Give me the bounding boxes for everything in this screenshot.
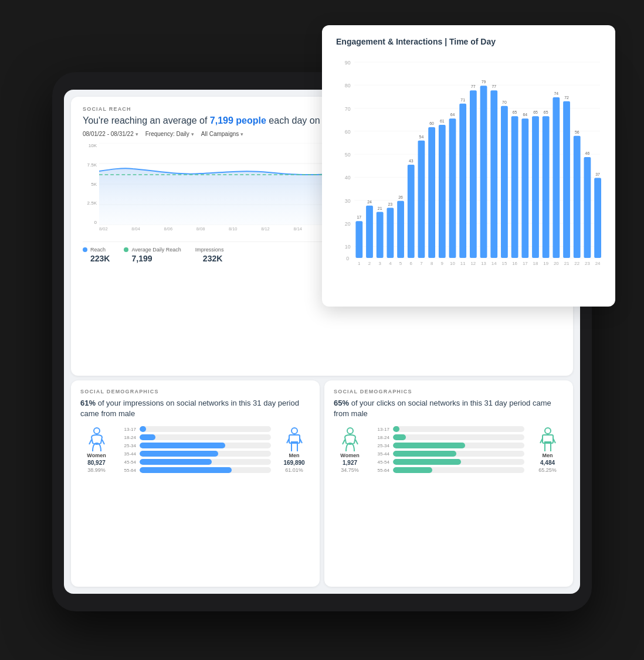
clicks-women-label: Women (340, 453, 359, 458)
svg-text:9: 9 (441, 261, 443, 266)
svg-text:21: 21 (564, 261, 570, 266)
age-bar-18-24: 18-24 (120, 434, 271, 440)
svg-text:23: 23 (585, 261, 590, 266)
svg-text:6: 6 (410, 261, 413, 266)
svg-text:23: 23 (388, 202, 393, 206)
svg-rect-69 (511, 116, 518, 258)
demographics-clicks-card: SOCIAL DEMOGRAPHICS 65% of your clicks o… (324, 380, 573, 587)
svg-rect-77 (553, 97, 560, 258)
engagement-card: Engagement & Interactions | Time of Day … (322, 25, 615, 307)
age-bar-35-44: 35-44 (120, 451, 271, 457)
svg-text:21: 21 (378, 206, 382, 210)
clicks-woman-icon (342, 427, 358, 451)
age-label: 25-34 (120, 443, 136, 448)
y-label-5k: 5K (91, 182, 99, 187)
demo-impressions-rest: of your impressions on social networks i… (80, 399, 299, 418)
frequency-filter[interactable]: Frequency: Daily (145, 131, 194, 137)
bar-fill-green (393, 467, 432, 473)
impressions-value: 232K (195, 254, 224, 263)
women-value: 80,927 (87, 460, 106, 466)
demo-impressions-chart: Women 80,927 38.99% 13-17 (80, 426, 310, 473)
svg-text:22: 22 (574, 261, 579, 266)
svg-text:65: 65 (513, 110, 517, 114)
bar-fill (140, 443, 225, 448)
reach-value: 223K (83, 254, 110, 263)
svg-text:70: 70 (345, 106, 351, 112)
x-label: 8/08 (196, 226, 205, 237)
svg-rect-79 (563, 101, 570, 258)
scene: SOCIAL REACH You're reaching an average … (35, 25, 609, 635)
man-icon (286, 427, 303, 451)
women-person: Women 80,927 38.99% (80, 427, 113, 473)
bar-fill (140, 434, 155, 440)
y-label-2.5k: 2.5K (87, 200, 99, 206)
bar-fill-green (393, 459, 461, 465)
men-pct: 61.01% (285, 467, 303, 473)
x-label: 8/02 (99, 226, 108, 237)
x-label: 8/04 (131, 226, 140, 237)
age-bar-55-64: 55-64 (120, 467, 271, 473)
svg-text:50: 50 (345, 152, 351, 158)
bar-track (393, 443, 524, 448)
svg-point-5 (94, 428, 100, 434)
svg-rect-41 (366, 206, 373, 258)
x-label: 8/12 (261, 226, 270, 237)
clicks-age-bars: 13-17 18-24 (373, 426, 524, 473)
bar-fill-green (393, 443, 465, 448)
demo-clicks-main-row: Women 1,927 34.75% 13-17 (334, 426, 564, 473)
clicks-man-icon (540, 427, 556, 451)
svg-text:40: 40 (345, 175, 351, 181)
svg-text:46: 46 (585, 151, 590, 155)
demo-impressions-pct: 61% (80, 399, 96, 407)
svg-rect-83 (584, 157, 591, 258)
date-range-filter[interactable]: 08/01/22 - 08/31/22 (83, 131, 138, 137)
svg-line-14 (355, 440, 358, 444)
svg-text:15: 15 (502, 261, 507, 266)
svg-point-12 (347, 428, 353, 434)
svg-text:60: 60 (345, 129, 351, 135)
age-label: 25-34 (373, 443, 389, 448)
bar-track (140, 459, 271, 465)
svg-text:4: 4 (389, 261, 392, 266)
bar-fill-green (393, 426, 399, 432)
svg-text:20: 20 (554, 261, 559, 266)
svg-text:14: 14 (492, 261, 497, 266)
age-label: 13-17 (373, 427, 389, 432)
svg-point-8 (292, 428, 297, 434)
svg-rect-57 (449, 118, 456, 258)
clicks-men-pct: 65.25% (538, 467, 557, 473)
campaigns-filter[interactable]: All Campaigns (201, 131, 243, 137)
svg-text:26: 26 (398, 195, 403, 199)
clicks-age-bar-25-34: 25-34 (373, 443, 524, 448)
men-label: Men (289, 453, 300, 458)
svg-rect-45 (387, 208, 394, 258)
svg-text:77: 77 (471, 84, 476, 89)
reach-headline-text: You're reaching an average of (83, 115, 210, 125)
svg-text:10: 10 (345, 244, 351, 250)
svg-text:70: 70 (502, 100, 507, 104)
svg-text:72: 72 (564, 96, 569, 100)
bar-fill (140, 451, 218, 457)
legend-reach-label-row: Reach (83, 247, 110, 253)
age-label: 45-54 (120, 460, 136, 465)
svg-rect-47 (397, 201, 404, 258)
clicks-age-bar-35-44: 35-44 (373, 451, 524, 457)
clicks-age-bar-55-64: 55-64 (373, 467, 524, 473)
svg-rect-61 (470, 90, 477, 258)
demo-clicks-tag: SOCIAL DEMOGRAPHICS (334, 389, 564, 394)
svg-text:61: 61 (440, 119, 445, 123)
bar-track (140, 434, 271, 440)
bar-track (140, 443, 271, 448)
impressions-age-bars: 13-17 18-24 (120, 426, 271, 473)
age-label: 55-64 (120, 468, 136, 473)
demo-clicks-headline: 65% of your clicks on social networks in… (334, 398, 564, 419)
svg-text:64: 64 (523, 113, 527, 117)
svg-text:90: 90 (345, 60, 351, 66)
bar-track (393, 451, 524, 457)
age-label: 55-64 (373, 468, 389, 473)
chart-y-axis: 10K 7.5K 5K 2.5K 0 (83, 143, 99, 225)
reach-dot (83, 247, 87, 252)
svg-text:10: 10 (450, 261, 455, 266)
svg-text:7: 7 (420, 261, 422, 266)
svg-rect-43 (377, 212, 384, 258)
